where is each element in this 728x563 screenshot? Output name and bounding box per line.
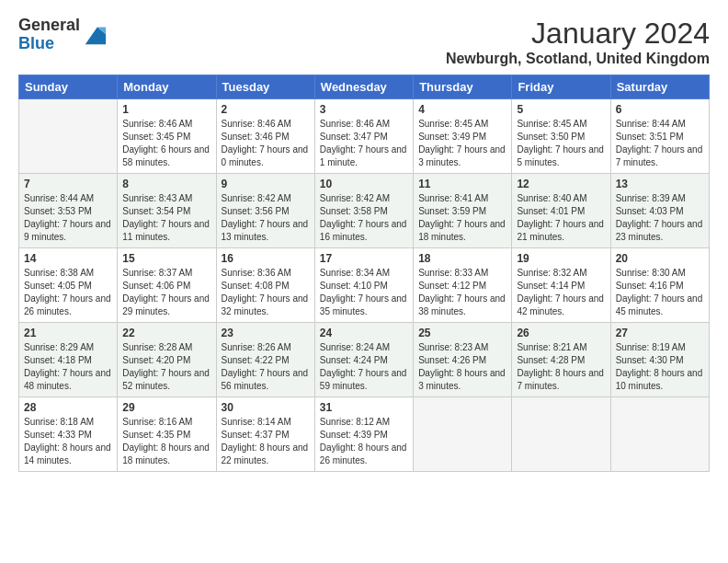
daylight-text: Daylight: 8 hours and 26 minutes.	[320, 442, 408, 467]
sunrise-text: Sunrise: 8:44 AM	[616, 118, 704, 131]
sunrise-text: Sunrise: 8:38 AM	[24, 267, 112, 280]
sunset-text: Sunset: 3:56 PM	[222, 205, 310, 218]
sunset-text: Sunset: 4:33 PM	[24, 429, 112, 442]
daylight-text: Daylight: 7 hours and 18 minutes.	[418, 218, 506, 244]
daylight-text: Daylight: 8 hours and 22 minutes.	[222, 442, 310, 467]
title-block: January 2024 Newburgh, Scotland, United …	[446, 17, 710, 67]
day-number: 30	[222, 401, 310, 414]
day-number: 23	[222, 327, 310, 339]
sunset-text: Sunset: 4:35 PM	[122, 429, 210, 442]
sunrise-text: Sunrise: 8:43 AM	[122, 192, 210, 205]
sunset-text: Sunset: 3:50 PM	[517, 131, 605, 144]
daylight-text: Daylight: 7 hours and 13 minutes.	[222, 218, 310, 244]
calendar-cell: 18Sunrise: 8:33 AMSunset: 4:12 PMDayligh…	[414, 248, 512, 323]
daylight-text: Daylight: 7 hours and 5 minutes.	[517, 144, 605, 169]
calendar-header-saturday: Saturday	[610, 75, 709, 99]
day-number: 9	[222, 178, 310, 190]
calendar-cell: 22Sunrise: 8:28 AMSunset: 4:20 PMDayligh…	[118, 323, 216, 397]
calendar-week-row: 14Sunrise: 8:38 AMSunset: 4:05 PMDayligh…	[19, 248, 710, 323]
calendar-cell: 4Sunrise: 8:45 AMSunset: 3:49 PMDaylight…	[414, 99, 512, 174]
day-number: 2	[222, 103, 310, 116]
daylight-text: Daylight: 7 hours and 9 minutes.	[24, 218, 112, 244]
calendar-cell: 2Sunrise: 8:46 AMSunset: 3:46 PMDaylight…	[216, 99, 314, 174]
sunset-text: Sunset: 4:14 PM	[517, 280, 605, 293]
calendar-cell: 3Sunrise: 8:46 AMSunset: 3:47 PMDaylight…	[314, 99, 413, 174]
sunrise-text: Sunrise: 8:21 AM	[517, 341, 605, 354]
sunset-text: Sunset: 4:08 PM	[222, 280, 310, 293]
daylight-text: Daylight: 7 hours and 42 minutes.	[517, 293, 605, 318]
sunset-text: Sunset: 3:59 PM	[418, 205, 506, 218]
calendar-cell: 23Sunrise: 8:26 AMSunset: 4:22 PMDayligh…	[216, 323, 314, 397]
daylight-text: Daylight: 8 hours and 7 minutes.	[517, 367, 605, 393]
calendar-cell: 31Sunrise: 8:12 AMSunset: 4:39 PMDayligh…	[314, 397, 413, 472]
sunset-text: Sunset: 4:05 PM	[24, 280, 112, 293]
sunset-text: Sunset: 4:20 PM	[122, 354, 210, 367]
sunrise-text: Sunrise: 8:14 AM	[222, 416, 310, 429]
daylight-text: Daylight: 8 hours and 18 minutes.	[122, 442, 210, 467]
day-number: 12	[517, 178, 605, 190]
sunset-text: Sunset: 4:22 PM	[222, 354, 310, 367]
calendar-cell	[414, 397, 512, 472]
sunrise-text: Sunrise: 8:45 AM	[517, 118, 605, 131]
day-number: 14	[24, 252, 112, 265]
sunset-text: Sunset: 4:39 PM	[320, 429, 408, 442]
sunset-text: Sunset: 4:24 PM	[320, 354, 408, 367]
sunset-text: Sunset: 4:26 PM	[418, 354, 506, 367]
sunrise-text: Sunrise: 8:24 AM	[320, 341, 408, 354]
logo-icon	[82, 22, 108, 48]
sunrise-text: Sunrise: 8:30 AM	[616, 267, 704, 280]
daylight-text: Daylight: 7 hours and 26 minutes.	[24, 293, 112, 318]
daylight-text: Daylight: 7 hours and 21 minutes.	[517, 218, 605, 244]
daylight-text: Daylight: 7 hours and 1 minute.	[320, 144, 408, 169]
day-number: 7	[24, 178, 112, 190]
calendar-header-wednesday: Wednesday	[314, 75, 413, 99]
sunrise-text: Sunrise: 8:41 AM	[418, 192, 506, 205]
calendar-cell: 14Sunrise: 8:38 AMSunset: 4:05 PMDayligh…	[19, 248, 118, 323]
sunset-text: Sunset: 3:51 PM	[616, 131, 704, 144]
sunrise-text: Sunrise: 8:37 AM	[122, 267, 210, 280]
sunset-text: Sunset: 4:01 PM	[517, 205, 605, 218]
sunrise-text: Sunrise: 8:23 AM	[418, 341, 506, 354]
day-number: 17	[320, 252, 408, 265]
calendar-cell: 9Sunrise: 8:42 AMSunset: 3:56 PMDaylight…	[216, 174, 314, 248]
calendar-cell: 7Sunrise: 8:44 AMSunset: 3:53 PMDaylight…	[19, 174, 118, 248]
daylight-text: Daylight: 7 hours and 11 minutes.	[122, 218, 210, 244]
sunrise-text: Sunrise: 8:32 AM	[517, 267, 605, 280]
calendar-cell: 26Sunrise: 8:21 AMSunset: 4:28 PMDayligh…	[512, 323, 610, 397]
sunset-text: Sunset: 4:28 PM	[517, 354, 605, 367]
sunset-text: Sunset: 4:37 PM	[222, 429, 310, 442]
daylight-text: Daylight: 7 hours and 7 minutes.	[616, 144, 704, 169]
sunset-text: Sunset: 4:30 PM	[616, 354, 704, 367]
calendar-header-monday: Monday	[118, 75, 216, 99]
sunrise-text: Sunrise: 8:19 AM	[616, 341, 704, 354]
daylight-text: Daylight: 6 hours and 58 minutes.	[122, 144, 210, 169]
daylight-text: Daylight: 7 hours and 35 minutes.	[320, 293, 408, 318]
sunrise-text: Sunrise: 8:44 AM	[24, 192, 112, 205]
day-number: 1	[122, 103, 210, 116]
daylight-text: Daylight: 7 hours and 23 minutes.	[616, 218, 704, 244]
sunset-text: Sunset: 4:03 PM	[616, 205, 704, 218]
day-number: 13	[616, 178, 704, 190]
daylight-text: Daylight: 7 hours and 29 minutes.	[122, 293, 210, 318]
day-number: 28	[24, 401, 112, 414]
calendar-cell: 28Sunrise: 8:18 AMSunset: 4:33 PMDayligh…	[19, 397, 118, 472]
sunrise-text: Sunrise: 8:34 AM	[320, 267, 408, 280]
day-number: 21	[24, 327, 112, 339]
sunset-text: Sunset: 3:54 PM	[122, 205, 210, 218]
daylight-text: Daylight: 7 hours and 38 minutes.	[418, 293, 506, 318]
location: Newburgh, Scotland, United Kingdom	[446, 51, 710, 67]
sunset-text: Sunset: 3:53 PM	[24, 205, 112, 218]
daylight-text: Daylight: 7 hours and 59 minutes.	[320, 367, 408, 393]
sunset-text: Sunset: 4:06 PM	[122, 280, 210, 293]
header: General Blue January 2024 Newburgh, Scot…	[18, 17, 710, 67]
day-number: 26	[517, 327, 605, 339]
sunset-text: Sunset: 3:49 PM	[418, 131, 506, 144]
calendar-table: SundayMondayTuesdayWednesdayThursdayFrid…	[18, 75, 710, 472]
daylight-text: Daylight: 7 hours and 45 minutes.	[616, 293, 704, 318]
calendar-week-row: 1Sunrise: 8:46 AMSunset: 3:45 PMDaylight…	[19, 99, 710, 174]
day-number: 4	[418, 103, 506, 116]
sunrise-text: Sunrise: 8:42 AM	[320, 192, 408, 205]
calendar-page: General Blue January 2024 Newburgh, Scot…	[0, 0, 728, 563]
calendar-header-friday: Friday	[512, 75, 610, 99]
sunset-text: Sunset: 3:47 PM	[320, 131, 408, 144]
